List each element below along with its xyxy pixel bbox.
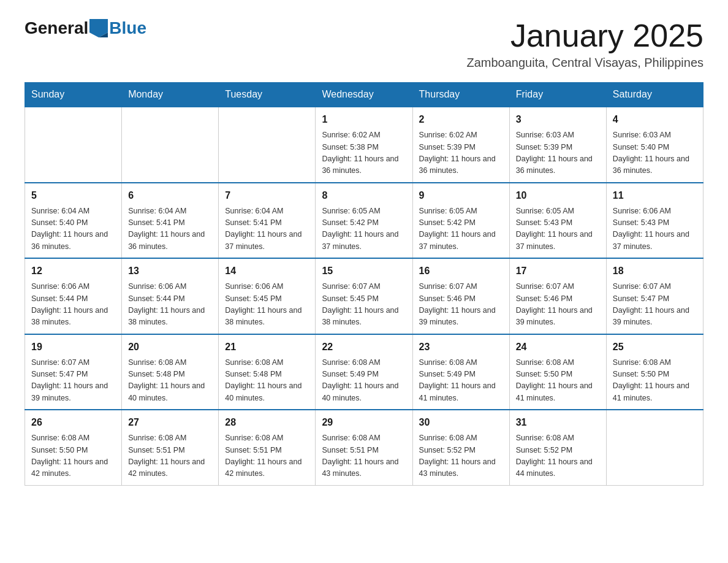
calendar-cell: 10Sunrise: 6:05 AM Sunset: 5:43 PM Dayli… bbox=[509, 183, 606, 259]
calendar-header: SundayMondayTuesdayWednesdayThursdayFrid… bbox=[25, 83, 703, 107]
day-info: Sunrise: 6:03 AM Sunset: 5:40 PM Dayligh… bbox=[613, 129, 697, 177]
calendar-cell: 19Sunrise: 6:07 AM Sunset: 5:47 PM Dayli… bbox=[25, 334, 122, 410]
day-info: Sunrise: 6:07 AM Sunset: 5:45 PM Dayligh… bbox=[322, 281, 406, 329]
calendar-cell: 2Sunrise: 6:02 AM Sunset: 5:39 PM Daylig… bbox=[412, 107, 509, 183]
day-info: Sunrise: 6:08 AM Sunset: 5:50 PM Dayligh… bbox=[613, 357, 697, 405]
day-number: 4 bbox=[613, 112, 697, 127]
day-info: Sunrise: 6:02 AM Sunset: 5:39 PM Dayligh… bbox=[419, 129, 503, 177]
calendar-week-3: 19Sunrise: 6:07 AM Sunset: 5:47 PM Dayli… bbox=[25, 334, 703, 410]
day-number: 18 bbox=[613, 264, 697, 278]
calendar-cell: 14Sunrise: 6:06 AM Sunset: 5:45 PM Dayli… bbox=[219, 258, 316, 334]
calendar-cell: 4Sunrise: 6:03 AM Sunset: 5:40 PM Daylig… bbox=[606, 107, 703, 183]
day-number: 27 bbox=[128, 415, 212, 430]
header-cell-saturday: Saturday bbox=[606, 83, 703, 107]
location-subtitle: Zamboanguita, Central Visayas, Philippin… bbox=[466, 56, 703, 70]
day-number: 26 bbox=[31, 415, 115, 430]
title-section: January 2025 Zamboanguita, Central Visay… bbox=[466, 18, 703, 70]
day-info: Sunrise: 6:06 AM Sunset: 5:44 PM Dayligh… bbox=[128, 281, 212, 329]
day-info: Sunrise: 6:06 AM Sunset: 5:44 PM Dayligh… bbox=[31, 281, 115, 329]
header-cell-friday: Friday bbox=[509, 83, 606, 107]
calendar-cell: 8Sunrise: 6:05 AM Sunset: 5:42 PM Daylig… bbox=[316, 183, 412, 259]
header-cell-tuesday: Tuesday bbox=[219, 83, 316, 107]
calendar-cell bbox=[25, 107, 122, 183]
calendar-cell: 21Sunrise: 6:08 AM Sunset: 5:48 PM Dayli… bbox=[219, 334, 316, 410]
day-number: 10 bbox=[516, 188, 600, 203]
day-number: 3 bbox=[516, 112, 600, 127]
calendar-cell: 25Sunrise: 6:08 AM Sunset: 5:50 PM Dayli… bbox=[606, 334, 703, 410]
day-number: 1 bbox=[322, 112, 406, 127]
calendar-cell: 15Sunrise: 6:07 AM Sunset: 5:45 PM Dayli… bbox=[316, 258, 412, 334]
calendar-cell: 29Sunrise: 6:08 AM Sunset: 5:51 PM Dayli… bbox=[316, 410, 412, 485]
calendar-cell: 22Sunrise: 6:08 AM Sunset: 5:49 PM Dayli… bbox=[316, 334, 412, 410]
logo-general: General bbox=[25, 18, 88, 38]
day-info: Sunrise: 6:04 AM Sunset: 5:40 PM Dayligh… bbox=[31, 205, 115, 253]
day-number: 16 bbox=[419, 264, 503, 278]
day-info: Sunrise: 6:08 AM Sunset: 5:52 PM Dayligh… bbox=[419, 432, 503, 480]
day-number: 2 bbox=[419, 112, 503, 127]
day-number: 12 bbox=[31, 264, 115, 278]
calendar-cell: 18Sunrise: 6:07 AM Sunset: 5:47 PM Dayli… bbox=[606, 258, 703, 334]
day-number: 14 bbox=[225, 264, 309, 278]
calendar-week-0: 1Sunrise: 6:02 AM Sunset: 5:38 PM Daylig… bbox=[25, 107, 703, 183]
calendar-cell: 12Sunrise: 6:06 AM Sunset: 5:44 PM Dayli… bbox=[25, 258, 122, 334]
calendar-week-4: 26Sunrise: 6:08 AM Sunset: 5:50 PM Dayli… bbox=[25, 410, 703, 485]
calendar-cell: 30Sunrise: 6:08 AM Sunset: 5:52 PM Dayli… bbox=[412, 410, 509, 485]
day-number: 31 bbox=[516, 415, 600, 430]
day-number: 7 bbox=[225, 188, 309, 203]
day-number: 30 bbox=[419, 415, 503, 430]
calendar-week-2: 12Sunrise: 6:06 AM Sunset: 5:44 PM Dayli… bbox=[25, 258, 703, 334]
calendar-cell: 27Sunrise: 6:08 AM Sunset: 5:51 PM Dayli… bbox=[122, 410, 219, 485]
day-info: Sunrise: 6:07 AM Sunset: 5:46 PM Dayligh… bbox=[516, 281, 600, 329]
day-number: 22 bbox=[322, 340, 406, 354]
day-info: Sunrise: 6:08 AM Sunset: 5:51 PM Dayligh… bbox=[322, 432, 406, 480]
day-number: 21 bbox=[225, 340, 309, 354]
calendar-cell: 13Sunrise: 6:06 AM Sunset: 5:44 PM Dayli… bbox=[122, 258, 219, 334]
calendar-cell: 6Sunrise: 6:04 AM Sunset: 5:41 PM Daylig… bbox=[122, 183, 219, 259]
calendar-week-1: 5Sunrise: 6:04 AM Sunset: 5:40 PM Daylig… bbox=[25, 183, 703, 259]
day-info: Sunrise: 6:05 AM Sunset: 5:43 PM Dayligh… bbox=[516, 205, 600, 253]
calendar-cell bbox=[606, 410, 703, 485]
header-cell-thursday: Thursday bbox=[412, 83, 509, 107]
day-info: Sunrise: 6:07 AM Sunset: 5:46 PM Dayligh… bbox=[419, 281, 503, 329]
day-number: 28 bbox=[225, 415, 309, 430]
day-info: Sunrise: 6:05 AM Sunset: 5:42 PM Dayligh… bbox=[322, 205, 406, 253]
logo-blue: Blue bbox=[109, 18, 146, 38]
day-info: Sunrise: 6:06 AM Sunset: 5:45 PM Dayligh… bbox=[225, 281, 309, 329]
day-info: Sunrise: 6:08 AM Sunset: 5:52 PM Dayligh… bbox=[516, 432, 600, 480]
day-number: 11 bbox=[613, 188, 697, 203]
day-info: Sunrise: 6:05 AM Sunset: 5:42 PM Dayligh… bbox=[419, 205, 503, 253]
calendar-cell: 17Sunrise: 6:07 AM Sunset: 5:46 PM Dayli… bbox=[509, 258, 606, 334]
day-number: 19 bbox=[31, 340, 115, 354]
calendar-cell: 28Sunrise: 6:08 AM Sunset: 5:51 PM Dayli… bbox=[219, 410, 316, 485]
day-number: 15 bbox=[322, 264, 406, 278]
day-info: Sunrise: 6:08 AM Sunset: 5:48 PM Dayligh… bbox=[225, 357, 309, 405]
day-number: 6 bbox=[128, 188, 212, 203]
calendar-table: SundayMondayTuesdayWednesdayThursdayFrid… bbox=[25, 82, 703, 486]
day-info: Sunrise: 6:07 AM Sunset: 5:47 PM Dayligh… bbox=[31, 357, 115, 405]
header-cell-monday: Monday bbox=[122, 83, 219, 107]
day-info: Sunrise: 6:02 AM Sunset: 5:38 PM Dayligh… bbox=[322, 129, 406, 177]
header-row: SundayMondayTuesdayWednesdayThursdayFrid… bbox=[25, 83, 703, 107]
logo: General Blue bbox=[25, 18, 146, 38]
calendar-body: 1Sunrise: 6:02 AM Sunset: 5:38 PM Daylig… bbox=[25, 107, 703, 485]
calendar-cell: 7Sunrise: 6:04 AM Sunset: 5:41 PM Daylig… bbox=[219, 183, 316, 259]
calendar-cell: 3Sunrise: 6:03 AM Sunset: 5:39 PM Daylig… bbox=[509, 107, 606, 183]
day-info: Sunrise: 6:08 AM Sunset: 5:48 PM Dayligh… bbox=[128, 357, 212, 405]
page-header: General Blue January 2025 Zamboanguita, … bbox=[25, 18, 703, 70]
calendar-cell: 26Sunrise: 6:08 AM Sunset: 5:50 PM Dayli… bbox=[25, 410, 122, 485]
calendar-cell: 5Sunrise: 6:04 AM Sunset: 5:40 PM Daylig… bbox=[25, 183, 122, 259]
day-info: Sunrise: 6:03 AM Sunset: 5:39 PM Dayligh… bbox=[516, 129, 600, 177]
day-number: 29 bbox=[322, 415, 406, 430]
day-info: Sunrise: 6:06 AM Sunset: 5:43 PM Dayligh… bbox=[613, 205, 697, 253]
day-info: Sunrise: 6:07 AM Sunset: 5:47 PM Dayligh… bbox=[613, 281, 697, 329]
day-number: 8 bbox=[322, 188, 406, 203]
day-number: 20 bbox=[128, 340, 212, 354]
logo-icon bbox=[89, 19, 108, 37]
day-info: Sunrise: 6:08 AM Sunset: 5:50 PM Dayligh… bbox=[516, 357, 600, 405]
day-number: 5 bbox=[31, 188, 115, 203]
day-number: 24 bbox=[516, 340, 600, 354]
calendar-cell: 16Sunrise: 6:07 AM Sunset: 5:46 PM Dayli… bbox=[412, 258, 509, 334]
day-info: Sunrise: 6:08 AM Sunset: 5:49 PM Dayligh… bbox=[322, 357, 406, 405]
calendar-cell bbox=[122, 107, 219, 183]
calendar-cell: 9Sunrise: 6:05 AM Sunset: 5:42 PM Daylig… bbox=[412, 183, 509, 259]
